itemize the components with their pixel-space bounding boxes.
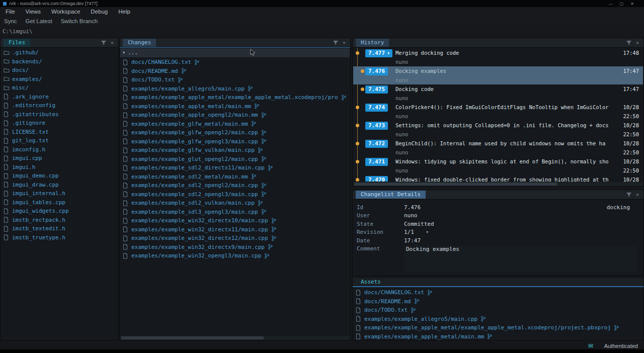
toolbar-button[interactable]: Get Latest bbox=[26, 18, 52, 24]
changeset-row[interactable]: 7.474▼ ColorPicker4(): Fixed ImGuiColorE… bbox=[353, 103, 643, 121]
branch-icon bbox=[271, 218, 277, 224]
changeset-row[interactable]: 7.475▼ Docking code 17:47 nuno bbox=[353, 84, 643, 103]
file-tree-item[interactable]: imstb_rectpack.h bbox=[1, 216, 118, 225]
menu-item[interactable]: Views bbox=[26, 9, 41, 15]
asset-file-row[interactable]: examples/example_allegro5/main.cpp bbox=[353, 315, 643, 324]
details-panel-title[interactable]: Changelist Details bbox=[356, 191, 426, 199]
revision-dropdown-icon[interactable]: ▼ bbox=[426, 230, 428, 234]
branch-icon bbox=[341, 95, 347, 101]
file-tree-item[interactable]: imgui.h bbox=[1, 163, 118, 172]
file-name: .gitattributes bbox=[12, 111, 59, 118]
file-tree-item[interactable]: .editorconfig bbox=[1, 101, 118, 110]
menu-item[interactable]: Help bbox=[118, 9, 130, 15]
files-panel-title[interactable]: Files bbox=[4, 39, 30, 47]
toolbar-button[interactable]: Sync bbox=[4, 18, 17, 24]
asset-file-row[interactable]: docs/TODO.txt bbox=[353, 306, 643, 315]
close-icon[interactable]: ✕ bbox=[636, 40, 639, 45]
filter-icon[interactable] bbox=[333, 40, 338, 45]
toolbar-button[interactable]: Switch Branch bbox=[61, 18, 98, 24]
scrollbar-thumb[interactable] bbox=[121, 336, 264, 339]
filter-icon[interactable] bbox=[626, 40, 631, 45]
changeset-row[interactable]: 7.473▼ Settings: omit outputing Collapse… bbox=[353, 121, 643, 139]
file-tree-item[interactable]: imstb_truetype.h bbox=[1, 233, 118, 242]
expander-icon[interactable]: ▼ bbox=[123, 51, 125, 55]
file-tree-item[interactable]: LICENSE.txt bbox=[1, 128, 118, 137]
file-tree-item[interactable]: imgui_tables.cpp bbox=[1, 198, 118, 207]
file-icon bbox=[4, 208, 10, 214]
file-tree-item[interactable]: .github/ bbox=[1, 48, 118, 57]
changed-file-row[interactable]: examples/example_sdl3_opengl3/main.cpp bbox=[120, 208, 350, 217]
changeset-row[interactable]: 7.477▼ Merging docking code 17:48 nuno bbox=[353, 48, 643, 66]
changeset-time: 10/28 bbox=[623, 158, 643, 164]
file-tree-item[interactable]: examples/ bbox=[1, 75, 118, 84]
changed-file-row[interactable]: examples/example_win32_directx10/main.cp… bbox=[120, 216, 350, 225]
file-tree-item[interactable]: backends/ bbox=[1, 57, 118, 66]
changeset-row[interactable]: 7.476▼ Docking examples 17:47 nuno bbox=[353, 66, 643, 84]
menu-item[interactable]: Workspace bbox=[51, 9, 80, 15]
changed-file-row[interactable]: docs/CHANGELOG.txt bbox=[120, 58, 350, 67]
asset-file-row[interactable]: examples/example_apple_metal/example_app… bbox=[353, 323, 643, 332]
changed-file-row[interactable]: examples/example_sdl2_metal/main.mm bbox=[120, 172, 350, 182]
changed-file-row[interactable]: examples/example_sdl2_opengl3/main.cpp bbox=[120, 190, 350, 199]
menu-item[interactable]: Debug bbox=[91, 9, 108, 15]
file-tree-item[interactable]: imconfig.h bbox=[1, 145, 118, 154]
changeset-row[interactable]: 7.472▼ BeginChild(): Internal name used … bbox=[353, 139, 643, 157]
changed-file-row[interactable]: examples/example_glfw_vulkan/main.cpp bbox=[120, 146, 350, 155]
changed-file-row[interactable]: examples/example_allegro5/main.cpp bbox=[120, 84, 350, 94]
file-tree-item[interactable]: docs/ bbox=[1, 66, 118, 75]
scrollbar-thumb[interactable] bbox=[354, 183, 557, 186]
close-icon[interactable]: ✕ bbox=[111, 40, 114, 45]
changed-file-row[interactable]: examples/example_apple_metal/example_app… bbox=[120, 93, 350, 102]
history-panel-title[interactable]: History bbox=[356, 39, 389, 47]
file-tree-item[interactable]: misc/ bbox=[1, 83, 118, 93]
file-tree-item[interactable]: imstb_textedit.h bbox=[1, 224, 118, 233]
branch-graph bbox=[353, 157, 365, 175]
file-tree-item[interactable]: git_log.txt bbox=[1, 136, 118, 145]
changed-file-row[interactable]: examples/example_apple_metal/main.mm bbox=[120, 102, 350, 111]
asset-file-row[interactable]: docs/CHANGELOG.txt bbox=[353, 288, 643, 297]
close-icon[interactable]: ✕ bbox=[343, 40, 346, 45]
changed-file-row[interactable]: docs/README.md bbox=[120, 67, 350, 76]
changed-file-row[interactable]: examples/example_sdl2_directx11/main.cpp bbox=[120, 163, 350, 172]
mail-icon[interactable]: ✉ bbox=[588, 342, 593, 349]
changed-file-row[interactable]: examples/example_sdl2_vulkan/main.cpp bbox=[120, 199, 350, 208]
changes-root-row[interactable]: ▼ ... bbox=[120, 48, 350, 57]
file-tree-item[interactable]: imgui.cpp bbox=[1, 154, 118, 163]
file-tree-item[interactable]: imgui_demo.cpp bbox=[1, 171, 118, 181]
file-tree-item[interactable]: .gitignore bbox=[1, 119, 118, 128]
changeset-dot-icon bbox=[361, 87, 364, 91]
changed-file-row[interactable]: examples/example_glfw_opengl2/main.cpp bbox=[120, 128, 350, 137]
changed-file-row[interactable]: examples/example_glfw_opengl3/main.cpp bbox=[120, 137, 350, 146]
changed-file-row[interactable]: examples/example_win32_directx12/main.cp… bbox=[120, 234, 350, 243]
filter-icon[interactable] bbox=[626, 192, 631, 197]
field-value: Committed bbox=[404, 221, 434, 227]
changed-file-row[interactable]: docs/TODO.txt bbox=[120, 75, 350, 84]
changed-file-row[interactable]: examples/example_win32_directx11/main.cp… bbox=[120, 225, 350, 234]
file-tree-item[interactable]: .gitattributes bbox=[1, 110, 118, 119]
changeset-row[interactable]: 7.470▼ Windows: fixed double-clicked bor… bbox=[353, 175, 643, 182]
chevron-down-icon[interactable]: ▼ bbox=[387, 51, 389, 55]
filter-icon[interactable] bbox=[101, 40, 106, 45]
changes-panel-title[interactable]: Changes bbox=[123, 39, 156, 47]
changeset-row[interactable]: 7.471▼ Windows: tidying up skipitems log… bbox=[353, 157, 643, 175]
menu-item[interactable]: File bbox=[6, 9, 15, 15]
changeset-comment: Windows: tidying up skipitems logic at e… bbox=[395, 158, 609, 164]
file-tree-item[interactable]: imgui_widgets.cpp bbox=[1, 207, 118, 216]
changed-file-row[interactable]: examples/example_win32_opengl3/main.cpp bbox=[120, 251, 350, 260]
file-tree-item[interactable]: imgui_internal.h bbox=[1, 189, 118, 198]
changed-file-row[interactable]: examples/example_apple_opengl2/main.mm bbox=[120, 111, 350, 120]
file-tree-item[interactable]: .ark_ignore bbox=[1, 93, 118, 102]
changed-file-row[interactable]: examples/example_glut_opengl2/main.cpp bbox=[120, 155, 350, 164]
changes-list: docs/CHANGELOG.txt docs/README.md bbox=[120, 58, 350, 335]
file-tree-item[interactable]: imgui_draw.cpp bbox=[1, 181, 118, 190]
window-control-button[interactable]: ✕ bbox=[630, 2, 634, 6]
changed-file-row[interactable]: examples/example_sdl2_opengl2/main.cpp bbox=[120, 181, 350, 190]
asset-file-row[interactable]: examples/example_apple_metal/main.mm bbox=[353, 332, 643, 340]
changed-file-row[interactable]: examples/example_glfw_metal/main.mm bbox=[120, 120, 350, 129]
window-control-button[interactable]: ▢ bbox=[620, 2, 624, 6]
asset-file-row[interactable]: docs/README.md bbox=[353, 297, 643, 306]
changed-file-row[interactable]: examples/example_win32_directx9/main.cpp bbox=[120, 243, 350, 252]
window-control-button[interactable]: — bbox=[609, 2, 613, 6]
changeset-version-badge: 7.475▼ bbox=[365, 85, 388, 94]
close-icon[interactable]: ✕ bbox=[636, 192, 639, 197]
